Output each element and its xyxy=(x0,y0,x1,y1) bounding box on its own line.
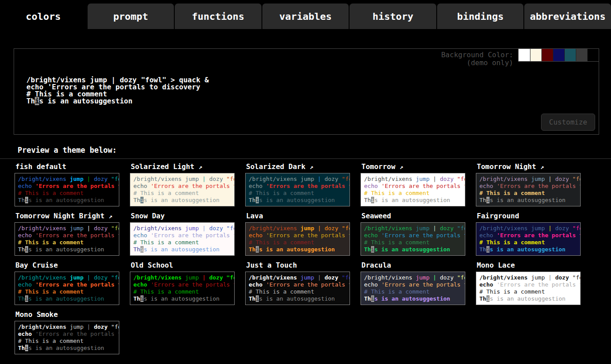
token-command2: dozy xyxy=(440,176,453,182)
sample-line: echo 'Errors are the portals to discover… xyxy=(364,183,462,190)
sample-line: echo 'Errors are the portals to discover… xyxy=(133,232,231,239)
theme-sample[interactable]: /bright/vixens jump | dozy "fowl" > quac… xyxy=(476,173,581,206)
sample-line: # This is a comment xyxy=(133,190,231,197)
token-plain xyxy=(314,225,318,232)
theme-name[interactable]: Seaweed xyxy=(361,212,476,220)
token-command2: dozy xyxy=(555,225,569,232)
theme-sample[interactable]: /bright/vixens jump | dozy "fowl" > quac… xyxy=(15,173,119,206)
token-command2: dozy xyxy=(209,225,223,232)
bg-swatch[interactable] xyxy=(576,49,587,61)
token-command: jump xyxy=(185,176,199,182)
theme-name[interactable]: Tomorrow Night ↗ xyxy=(477,162,591,171)
tab-functions[interactable]: functions xyxy=(175,4,261,29)
token-comment: # This is a comment xyxy=(18,288,84,295)
theme-name[interactable]: fish default xyxy=(15,162,130,171)
customize-button[interactable]: Customize xyxy=(541,114,595,131)
theme-sample[interactable]: /bright/vixens jump | dozy "fowl" > quac… xyxy=(130,272,235,305)
theme-sample[interactable]: /bright/vixens jump | dozy "fowl" > quac… xyxy=(361,173,465,206)
theme-name[interactable]: Mono Lace xyxy=(477,261,591,269)
token-command: jump xyxy=(531,176,545,182)
theme-card: Tomorrow Night ↗/bright/vixens jump | do… xyxy=(476,162,591,206)
token-quote: "fowl" xyxy=(572,225,581,232)
theme-name[interactable]: Tomorrow ↗ xyxy=(361,162,476,171)
token-string: 'Errors are the portals to discovery xyxy=(381,281,465,288)
token-suggestion: s is an autosuggestion xyxy=(490,197,565,203)
theme-name[interactable]: Mono Smoke xyxy=(15,310,130,319)
token-comment: # This is a comment xyxy=(364,288,430,295)
theme-sample[interactable]: /bright/vixens jump | dozy "fowl" > quac… xyxy=(476,272,581,305)
theme-sample[interactable]: /bright/vixens jump | dozy "fowl" > quac… xyxy=(361,222,465,256)
tab-bindings[interactable]: bindings xyxy=(437,4,524,29)
theme-preview-panel: Background Color: (demo only) /bright/vi… xyxy=(14,48,599,135)
token-comment: # This is a comment xyxy=(18,338,84,344)
theme-sample[interactable]: /bright/vixens jump | dozy "fowl" > quac… xyxy=(476,222,581,256)
sample-line: echo 'Errors are the portals to discover… xyxy=(249,281,346,288)
tab-history[interactable]: history xyxy=(350,4,436,29)
token-typed: Th xyxy=(479,246,486,253)
theme-card: Just a Touch/bright/vixens jump | dozy "… xyxy=(245,261,361,305)
theme-name[interactable]: Snow Day xyxy=(131,212,245,220)
theme-name[interactable]: Lava xyxy=(246,212,361,220)
theme-sample[interactable]: /bright/vixens jump | dozy "fowl" > quac… xyxy=(245,222,350,256)
token-comment: # This is a comment xyxy=(364,190,430,196)
theme-name[interactable]: Old School xyxy=(131,261,245,269)
theme-sample[interactable]: /bright/vixens jump | dozy "fowl" > quac… xyxy=(130,222,235,256)
bg-swatch[interactable] xyxy=(541,49,553,61)
token-command2: dozy xyxy=(555,274,569,281)
bg-swatch[interactable] xyxy=(553,49,564,61)
sample-line: This is an autosuggestion xyxy=(249,246,346,253)
token-suggestion: s is an autosuggestion xyxy=(144,197,219,203)
bg-swatch[interactable] xyxy=(564,49,576,61)
sample-line: This is an autosuggestion xyxy=(249,295,346,302)
token-echo: echo xyxy=(479,281,493,288)
token-string: 'Errors are the portals to discovery xyxy=(266,183,350,189)
cursor-block: i xyxy=(35,97,39,105)
bg-swatch[interactable] xyxy=(587,49,599,61)
token-path: /bright/vixens xyxy=(133,274,182,281)
theme-sample[interactable]: /bright/vixens jump | dozy "fowl" > quac… xyxy=(15,222,119,256)
tab-colors[interactable]: colors xyxy=(0,4,87,29)
theme-sample[interactable]: /bright/vixens jump | dozy "fowl" > quac… xyxy=(15,321,119,354)
token-typed: Th xyxy=(133,246,140,253)
token-comment: # This is a comment xyxy=(249,288,314,295)
token-comment: # This is a comment xyxy=(133,288,199,295)
theme-sample[interactable]: /bright/vixens jump | dozy "fowl" > quac… xyxy=(15,272,119,305)
token-comment: # This is a comment xyxy=(18,190,84,196)
tab-abbreviations[interactable]: abbreviations xyxy=(524,4,611,29)
token-typed: Th xyxy=(133,295,140,302)
theme-sample[interactable]: /bright/vixens jump | dozy "fowl" > quac… xyxy=(361,272,465,305)
token-suggestion: s is an autosuggestion xyxy=(28,246,104,253)
token-quote: "fowl" xyxy=(226,176,235,182)
theme-name[interactable]: Tomorrow Night Bright ↗ xyxy=(15,212,130,220)
sample-line: echo 'Errors are the portals to discover… xyxy=(479,281,577,288)
terminal-preview: /bright/vixens jump | dozy "fowl" > quac… xyxy=(26,74,209,102)
token-string: 'Errors are the portals to discovery xyxy=(35,281,119,288)
token-comment: # This is a comment xyxy=(479,288,545,295)
theme-name[interactable]: Just a Touch xyxy=(246,261,361,269)
theme-sample[interactable]: /bright/vixens jump | dozy "fowl" > quac… xyxy=(245,173,350,206)
sample-line: # This is a comment xyxy=(249,239,346,246)
theme-name[interactable]: Fairground xyxy=(477,212,591,220)
token-command2: dozy xyxy=(324,274,338,281)
token-echo: echo xyxy=(249,281,262,288)
token-command: jump xyxy=(416,176,429,182)
token-plain xyxy=(314,176,318,182)
theme-sample[interactable]: /bright/vixens jump | dozy "fowl" > quac… xyxy=(245,272,350,305)
token-plain xyxy=(147,183,151,189)
sample-line: This is an autosuggestion xyxy=(479,295,577,302)
token-string: 'Errors are the portals to discovery xyxy=(151,232,235,239)
bg-swatch[interactable] xyxy=(530,49,541,61)
tab-variables[interactable]: variables xyxy=(262,4,349,29)
sample-line: This is an autosuggestion xyxy=(18,246,116,253)
tab-prompt[interactable]: prompt xyxy=(88,4,174,29)
theme-name[interactable]: Solarized Light ↗ xyxy=(131,162,245,171)
token-echo: echo xyxy=(249,232,262,239)
token-plain xyxy=(545,176,548,182)
token-command: jump xyxy=(416,225,429,232)
bg-swatch[interactable] xyxy=(519,49,530,61)
theme-sample[interactable]: /bright/vixens jump | dozy "fowl" > quac… xyxy=(130,173,235,206)
theme-name[interactable]: Solarized Dark ↗ xyxy=(246,162,361,171)
theme-name[interactable]: Dracula xyxy=(361,261,476,269)
theme-name[interactable]: Bay Cruise xyxy=(15,261,130,269)
token-echo: echo xyxy=(364,281,378,288)
